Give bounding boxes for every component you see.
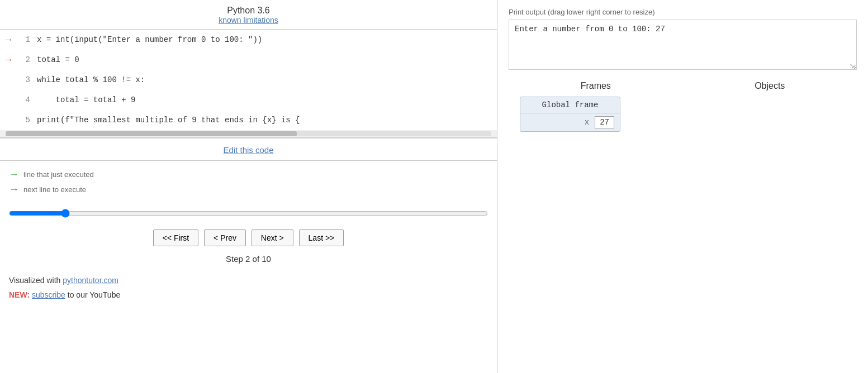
slider-row: [0, 204, 497, 225]
legend: → line that just executed → next line to…: [0, 161, 497, 204]
edit-this-code-link[interactable]: Edit this code: [223, 145, 273, 155]
legend-green-label: line that just executed: [23, 170, 94, 179]
frame-var-name-x: x: [526, 118, 595, 127]
last-button[interactable]: Last >>: [299, 229, 344, 246]
code-scrollbar[interactable]: [0, 130, 497, 138]
legend-green-arrow: →: [9, 169, 19, 180]
next-button[interactable]: Next >: [252, 229, 293, 246]
first-button[interactable]: << First: [153, 229, 198, 246]
code-line-2: → 2 total = 0: [0, 50, 497, 70]
code-text-4: total = total + 9: [34, 90, 497, 110]
prev-button[interactable]: < Prev: [204, 229, 246, 246]
new-label: NEW:: [9, 290, 30, 299]
frames-objects-header: Frames Objects: [509, 81, 857, 91]
code-line-4: 4 total = total + 9: [0, 90, 497, 110]
red-arrow-2: →: [6, 54, 12, 65]
subscribe-text: to our YouTube: [65, 290, 120, 299]
green-arrow-1: →: [6, 34, 12, 45]
legend-red: → next line to execute: [9, 184, 488, 195]
code-table: → 1 x = int(input("Enter a number from 0…: [0, 30, 497, 130]
resize-handle-icon[interactable]: ⤡: [850, 63, 855, 68]
legend-red-label: next line to execute: [23, 185, 86, 194]
footer-new: NEW: subscribe to our YouTube: [0, 288, 497, 302]
scrollbar-track: [6, 131, 491, 136]
right-panel: Print output (drag lower right corner to…: [497, 0, 868, 373]
step-info: Step 2 of 10: [0, 251, 497, 270]
code-text-1: x = int(input("Enter a number from 0 to …: [34, 30, 497, 50]
frames-label: Frames: [509, 81, 683, 91]
line-num-4: 4: [17, 90, 34, 110]
arrow-cell-2: →: [0, 50, 17, 70]
line-num-2: 2: [17, 50, 34, 70]
python-version-title: Python 3.6: [0, 6, 497, 16]
frame-var-value-x: 27: [595, 116, 614, 128]
arrow-cell-5: [0, 110, 17, 130]
print-output-label: Print output (drag lower right corner to…: [509, 8, 857, 16]
code-line-1: → 1 x = int(input("Enter a number from 0…: [0, 30, 497, 50]
step-slider[interactable]: [9, 209, 488, 218]
pythontutor-link[interactable]: pythontutor.com: [63, 276, 118, 285]
arrow-cell-4: [0, 90, 17, 110]
code-text-5: print(f"The smallest multiple of 9 that …: [34, 110, 497, 130]
print-output-box[interactable]: Enter a number from 0 to 100: 27 ⤡: [509, 20, 857, 70]
global-frame-row-x: x 27: [520, 113, 620, 131]
line-num-3: 3: [17, 70, 34, 90]
code-text-3: while total % 100 != x:: [34, 70, 497, 90]
code-line-3: 3 while total % 100 != x:: [0, 70, 497, 90]
global-frame-box: Global frame x 27: [520, 97, 620, 132]
arrow-cell-1: →: [0, 30, 17, 50]
code-area: → 1 x = int(input("Enter a number from 0…: [0, 30, 497, 138]
legend-red-arrow: →: [9, 184, 19, 195]
global-frame-title: Global frame: [520, 97, 620, 113]
left-panel: Python 3.6 known limitations → 1 x = int…: [0, 0, 497, 373]
line-num-1: 1: [17, 30, 34, 50]
python-header: Python 3.6 known limitations: [0, 0, 497, 30]
code-text-2: total = 0: [34, 50, 497, 70]
known-limitations-link[interactable]: known limitations: [219, 16, 278, 25]
edit-link-row: Edit this code: [0, 138, 497, 161]
print-output-text: Enter a number from 0 to 100: 27: [515, 25, 665, 34]
visualized-text: Visualized with: [9, 276, 63, 285]
legend-green: → line that just executed: [9, 169, 488, 180]
objects-label: Objects: [683, 81, 857, 91]
scrollbar-thumb: [6, 131, 297, 136]
subscribe-link[interactable]: subscribe: [32, 290, 65, 299]
line-num-5: 5: [17, 110, 34, 130]
footer: Visualized with pythontutor.com: [0, 270, 497, 288]
nav-buttons: << First < Prev Next > Last >>: [0, 225, 497, 251]
arrow-cell-3: [0, 70, 17, 90]
code-line-5: 5 print(f"The smallest multiple of 9 tha…: [0, 110, 497, 130]
